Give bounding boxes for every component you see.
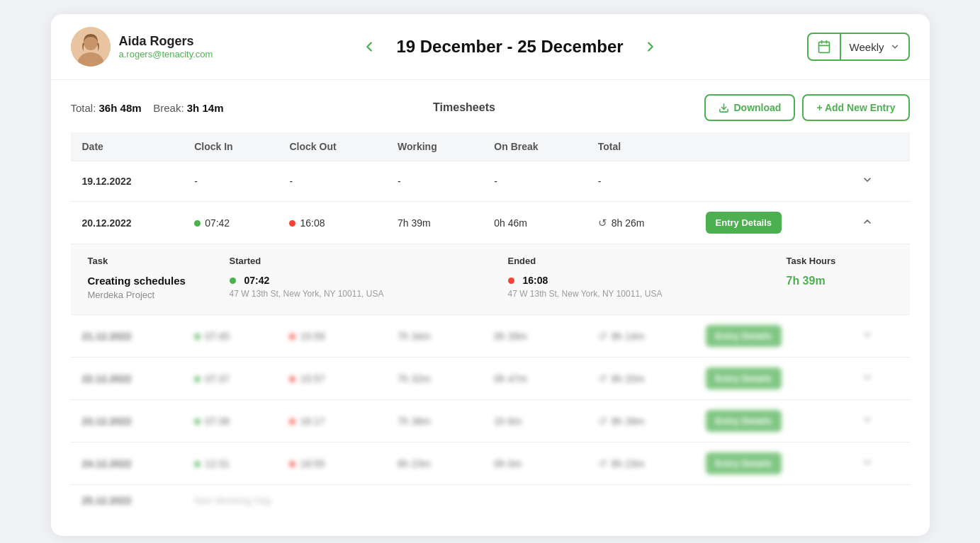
started-column-header: Started [230,256,508,266]
started-info: 07:42 47 W 13th St, New York, NY 10011, … [230,275,508,299]
task-name: Creating schedules [88,275,230,287]
row-total: ↺8h 39m [587,400,694,442]
row-clock-out: 16:17 [278,400,385,442]
row-date: 19.12.2022 [71,161,184,202]
expanded-header: Task Started Ended Task Hours [88,256,893,266]
row-entry-details-cell: Entry Details [694,400,848,442]
expand-button[interactable] [859,326,876,346]
row-expand-cell [847,202,909,244]
table-row: 24.12.2022 12:31 18:55 6h 23m 0h 0m ↺6h … [71,442,910,485]
timesheet-section: Total: 36h 48m Break: 3h 14m Timesheets … [51,80,930,536]
col-expand [847,132,909,161]
started-address: 47 W 13th St, New York, NY 10011, USA [230,289,508,299]
user-name: Aida Rogers [119,34,213,49]
add-label: + Add New Entry [816,102,895,113]
entry-details-button[interactable]: Entry Details [706,325,782,347]
view-dropdown-button[interactable]: Weekly [841,35,908,59]
row-working: - [386,161,483,202]
break-label: Break: [153,102,184,114]
view-selector[interactable]: Weekly [807,33,910,61]
total-value: 36h 48m [99,102,142,114]
col-total: Total [587,132,694,161]
ended-time: 16:08 [508,275,787,286]
clock-out-dot [289,461,295,467]
download-label: Download [733,102,781,113]
row-on-break: 1h 6m [483,400,586,442]
expand-button[interactable] [859,454,876,474]
next-week-button[interactable] [638,34,663,59]
table-header-row: Date Clock In Clock Out Working On Break… [71,132,910,161]
date-range: 19 December - 25 December [396,37,623,57]
row-clock-out: - [278,161,385,202]
clock-out-dot [289,333,295,340]
row-total: ↺8h 14m [587,315,694,358]
row-date: 24.12.2022 [71,442,184,485]
expanded-details-row: Task Started Ended Task Hours Creating s… [71,244,910,315]
table-row: 23.12.2022 07:38 16:17 7h 38m 1h 6m ↺8h … [71,400,910,442]
row-working: 7h 39m [386,202,483,244]
history-icon: ↺ [598,217,607,229]
started-time: 07:42 [230,275,508,286]
prev-week-button[interactable] [356,34,382,59]
row-total: ↺8h 20m [587,358,694,400]
entry-details-button[interactable]: Entry Details [706,212,782,234]
task-hours-column-header: Task Hours [787,256,893,266]
expand-button[interactable] [859,411,876,431]
download-button[interactable]: Download [704,94,795,121]
history-icon: ↺ [598,415,607,428]
main-container: Aida Rogers a.rogers@tenacity.com 19 Dec… [51,14,930,536]
row-on-break: 0h 0m [483,442,586,485]
timesheet-table: Date Clock In Clock Out Working On Break… [71,132,910,516]
user-info: Aida Rogers a.rogers@tenacity.com [71,27,213,67]
break-value: 3h 14m [187,102,224,114]
row-clock-in: 12:31 [183,442,278,485]
row-on-break: 0h 46m [483,202,586,244]
row-on-break: - [483,161,586,202]
history-icon: ↺ [598,372,607,385]
started-dot [230,278,236,284]
table-row: 25.12.2022 Non Working Day [71,485,910,517]
expand-button[interactable] [859,213,876,233]
expanded-data-row: Creating schedules Merdeka Project 07:42… [88,275,893,300]
row-total: ↺6h 23m [587,442,694,485]
table-row: 22.12.2022 07:37 15:57 7h 32m 0h 47m ↺8h… [71,358,910,400]
entry-details-button[interactable]: Entry Details [706,410,782,432]
timesheet-toolbar: Total: 36h 48m Break: 3h 14m Timesheets … [71,94,910,121]
row-working: 7h 38m [386,400,483,442]
col-actions [694,132,848,161]
row-total: - [587,161,694,202]
row-working: 7h 32m [386,358,483,400]
task-hours-value: 7h 39m [787,275,893,287]
row-clock-in: 07:45 [183,315,278,358]
task-project: Merdeka Project [88,290,230,300]
row-expand-cell [847,161,909,202]
clock-in-dot [194,461,201,467]
col-working: Working [386,132,483,161]
row-date: 25.12.2022 [71,485,184,517]
clock-out-dot [289,418,295,425]
row-clock-out: 18:55 [278,442,385,485]
row-expand-cell [847,358,909,400]
entry-details-button[interactable]: Entry Details [706,452,782,474]
toolbar-actions: Download + Add New Entry [704,94,909,121]
row-date: 22.12.2022 [71,358,184,400]
expanded-content: Task Started Ended Task Hours Creating s… [71,244,910,314]
add-new-entry-button[interactable]: + Add New Entry [802,94,909,121]
svg-rect-3 [818,42,829,52]
expand-button[interactable] [859,369,876,389]
row-clock-out: 15:59 [278,315,385,358]
total-info: Total: 36h 48m Break: 3h 14m [71,102,224,114]
clock-in-dot [194,376,201,382]
entry-details-button[interactable]: Entry Details [706,367,782,389]
table-row: 21.12.2022 07:45 15:59 7h 34m 0h 39m ↺8h… [71,315,910,358]
row-clock-out: 16:08 [278,202,385,244]
history-icon: ↺ [598,330,607,343]
row-expand-cell [847,442,909,485]
expand-button[interactable] [859,171,876,191]
total-label: Total: [71,102,96,114]
user-details: Aida Rogers a.rogers@tenacity.com [119,34,213,59]
col-date: Date [71,132,184,161]
non-working-day: Non Working Day [183,485,847,517]
row-entry-details-cell: Entry Details [694,442,848,485]
user-email: a.rogers@tenacity.com [119,49,213,59]
